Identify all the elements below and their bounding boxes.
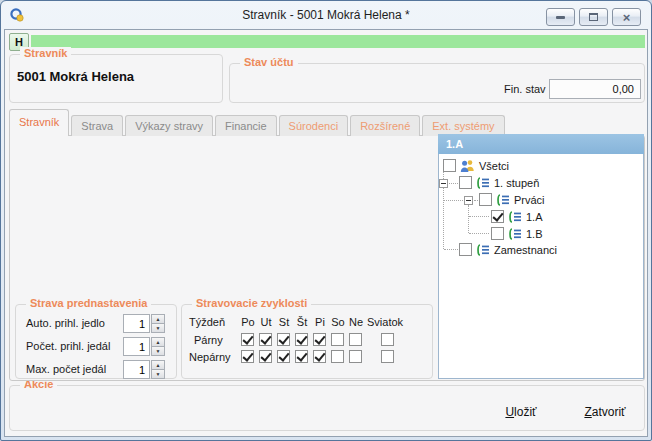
stravovacie-zvyklosti-legend: Stravovacie zvyklosti: [192, 297, 311, 309]
neparny-pi-checkbox[interactable]: [313, 350, 326, 363]
max-pocet-jedal-value: 1: [123, 360, 150, 379]
tree-connector: [449, 183, 458, 184]
parny-pi-checkbox[interactable]: [313, 333, 326, 346]
day-header-pi: Pi: [311, 316, 329, 328]
tree-checkbox[interactable]: [491, 210, 504, 223]
neparny-ut-checkbox[interactable]: [259, 350, 272, 363]
day-header-st: St: [275, 316, 293, 328]
fin-stav-label: Fin. stav: [504, 83, 546, 95]
maximize-icon: [589, 13, 598, 21]
day-header-po: Po: [239, 316, 257, 328]
tree-checkbox[interactable]: [479, 193, 492, 206]
parny-label: Párny: [194, 334, 223, 346]
tab-vykazy-stravy[interactable]: Výkazy stravy: [125, 115, 213, 136]
tree-item-label[interactable]: 1.B: [526, 228, 543, 240]
day-header-st2: Št: [293, 316, 311, 328]
stav-uctu-legend: Stav účtu: [240, 56, 298, 68]
parny-so-checkbox[interactable]: [331, 333, 344, 346]
tree-checkbox[interactable]: [459, 176, 472, 189]
tab-stravnik[interactable]: Stravník: [9, 109, 69, 136]
tree-item-label[interactable]: Všetci: [479, 160, 509, 172]
max-pocet-jedal-spinner[interactable]: 1 ▲▼: [123, 360, 165, 379]
tree-item-1b[interactable]: 1.B: [491, 226, 543, 241]
titlebar: Stravník - 5001 Mokrá Helena *: [1, 1, 651, 29]
tree-collapse-icon[interactable]: [439, 179, 448, 188]
tree-item-label[interactable]: Zamestnanci: [494, 244, 557, 256]
tyzden-label: Týždeň: [189, 316, 225, 328]
neparny-so-checkbox[interactable]: [331, 350, 344, 363]
neparny-st2-checkbox[interactable]: [295, 350, 308, 363]
pocet-prihl-jedal-label: Počet. prihl. jedál: [26, 340, 110, 352]
tab-financie[interactable]: Financie: [215, 115, 277, 136]
spin-down-button[interactable]: ▼: [151, 323, 165, 333]
max-pocet-jedal-label: Max. počet jedál: [26, 363, 106, 375]
tab-bar: Stravník Strava Výkazy stravy Financie S…: [9, 109, 507, 136]
tree-connector: [474, 200, 478, 201]
fin-stav-value: 0,00: [549, 79, 641, 99]
tree-connector: [468, 205, 469, 233]
parny-st2-checkbox[interactable]: [295, 333, 308, 346]
tab-strava[interactable]: Strava: [71, 115, 123, 136]
minimize-icon: [556, 16, 565, 19]
tree-connector: [444, 249, 458, 250]
status-green-bar: [31, 35, 645, 48]
users-icon: [460, 159, 475, 172]
parny-ne-checkbox[interactable]: [349, 333, 362, 346]
spin-down-button[interactable]: ▼: [151, 346, 165, 356]
parny-ut-checkbox[interactable]: [259, 333, 272, 346]
parny-st-checkbox[interactable]: [277, 333, 290, 346]
close-button-label: atvoriť: [592, 405, 626, 419]
tree-checkbox[interactable]: [443, 159, 456, 172]
person-name: 5001 Mokrá Helena: [17, 69, 134, 84]
save-button[interactable]: Uložiť: [493, 401, 549, 423]
spin-down-button[interactable]: ▼: [151, 369, 165, 379]
day-header-so: So: [329, 316, 347, 328]
tree-collapse-icon[interactable]: [464, 196, 473, 205]
tree-item-label[interactable]: 1.A: [526, 211, 543, 223]
maximize-button[interactable]: [579, 8, 608, 26]
tree-panel-header: 1.A: [438, 134, 644, 154]
tree-item-label[interactable]: Prváci: [514, 194, 545, 206]
tree-connector: [444, 200, 463, 201]
tree-checkbox[interactable]: [491, 227, 504, 240]
parny-sviatok-checkbox[interactable]: [381, 333, 394, 346]
close-button[interactable]: [612, 8, 641, 26]
neparny-ne-checkbox[interactable]: [349, 350, 362, 363]
tree-connector: [469, 233, 489, 234]
akcie-groupbox: Akcie: [9, 385, 645, 431]
strava-prednastavenia-legend: Strava prednastavenia: [26, 297, 151, 309]
neparny-sviatok-checkbox[interactable]: [381, 350, 394, 363]
auto-prihl-jedlo-value: 1: [123, 314, 150, 333]
day-header-ut: Ut: [257, 316, 275, 328]
tree-checkbox[interactable]: [459, 243, 472, 256]
tree-item-zamestnanci[interactable]: Zamestnanci: [459, 242, 557, 257]
auto-prihl-jedlo-spinner[interactable]: 1 ▲▼: [123, 314, 165, 333]
neparny-po-checkbox[interactable]: [241, 350, 254, 363]
pocet-prihl-jedal-spinner[interactable]: 1 ▲▼: [123, 337, 165, 356]
tree-item-label[interactable]: 1. stupeň: [494, 177, 539, 189]
neparny-st-checkbox[interactable]: [277, 350, 290, 363]
tab-rozsirene[interactable]: Rozšírené: [350, 115, 420, 136]
group-icon: [508, 228, 522, 240]
sviatok-header: Sviatok: [367, 316, 403, 328]
minimize-button[interactable]: [546, 8, 575, 26]
group-icon: [508, 211, 522, 223]
close-dialog-button[interactable]: Zatvoriť: [573, 401, 637, 423]
tree-item-1-stupen[interactable]: 1. stupeň: [459, 175, 539, 190]
group-icon: [476, 244, 490, 256]
save-button-label: ložiť: [514, 405, 537, 419]
stravnik-legend: Stravník: [20, 47, 71, 59]
close-button-accesskey: Z: [584, 405, 591, 419]
parny-po-checkbox[interactable]: [241, 333, 254, 346]
close-icon: [623, 10, 631, 25]
tree-item-vsetci[interactable]: Všetci: [443, 158, 509, 173]
save-button-accesskey: U: [505, 405, 514, 419]
day-header-ne: Ne: [347, 316, 365, 328]
tree-connector: [469, 216, 489, 217]
tree-item-prvaci[interactable]: Prváci: [479, 192, 545, 207]
tab-surodenci[interactable]: Súrodenci: [279, 115, 349, 136]
tab-ext-systemy[interactable]: Ext. systémy: [422, 115, 504, 136]
tree-item-1a[interactable]: 1.A: [491, 209, 543, 224]
group-icon: [476, 177, 490, 189]
app-window: Stravník - 5001 Mokrá Helena * H Stravní…: [0, 0, 652, 441]
